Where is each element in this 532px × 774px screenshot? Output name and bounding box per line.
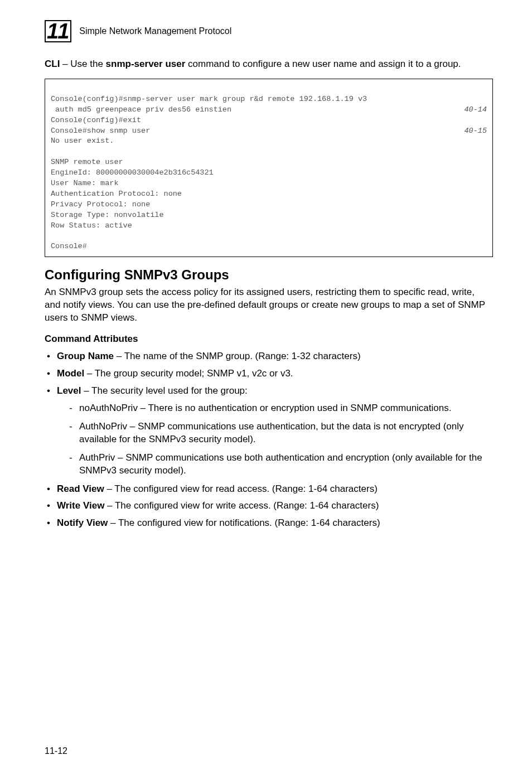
code-line: User Name: mark [51,178,487,189]
code-text: Console#show snmp user [51,126,150,137]
list-item: Notify View – The configured view for no… [45,517,493,530]
code-line: SNMP remote user [51,157,487,168]
section-heading: Configuring SNMPv3 Groups [45,267,493,283]
console-output: Console(config)#snmp-server user mark gr… [45,79,493,257]
list-item: Model – The group security model; SNMP v… [45,367,493,380]
code-line: Authentication Protocol: none [51,189,487,200]
code-line: Console(config)#snmp-server user mark gr… [51,94,487,105]
code-line: auth md5 greenpeace priv des56 einstien4… [51,105,487,115]
sub-list-item: AuthNoPriv – SNMP communications use aut… [57,420,493,446]
attr-label: Model [57,368,84,379]
code-line [51,147,487,157]
list-item: Group Name – The name of the SNMP group.… [45,350,493,363]
chapter-title: Simple Network Management Protocol [79,26,231,36]
sub-list-item: AuthPriv – SNMP communications use both … [57,452,493,477]
attr-text: – The security level used for the group: [81,385,247,396]
code-line: Console(config)#exit [51,115,487,126]
code-line: EngineId: 80000000030004e2b316c54321 [51,168,487,178]
page: 11 Simple Network Management Protocol CL… [0,0,532,774]
intro-text-1: – Use the [60,59,105,69]
subsection-heading: Command Attributes [45,333,493,345]
attr-text: – The configured view for read access. (… [104,483,378,494]
code-line: Row Status: active [51,221,487,231]
intro-text-2: command to configure a new user name and… [185,59,461,69]
page-header: 11 Simple Network Management Protocol [45,20,493,42]
chapter-number: 11 [47,21,68,42]
attr-text: – The configured view for notifications.… [108,517,380,528]
attr-label: Level [57,385,81,396]
code-line: Console# [51,241,487,252]
list-item: Level – The security level used for the … [45,385,493,477]
code-line [51,231,487,241]
command-name: snmp-server user [106,59,186,69]
list-item: Read View – The configured view for read… [45,483,493,496]
code-ref: 40-15 [464,126,487,137]
intro-paragraph: CLI – Use the snmp-server user command t… [45,58,493,71]
attr-text: – The name of the SNMP group. (Range: 1-… [114,351,361,361]
sub-list-item: noAuthNoPriv – There is no authenticatio… [57,402,493,415]
list-item: Write View – The configured view for wri… [45,500,493,512]
attr-text: – The group security model; SNMP v1, v2c… [84,368,293,379]
sub-list: noAuthNoPriv – There is no authenticatio… [57,402,493,477]
code-line: No user exist. [51,136,487,147]
attr-text: – The configured view for write access. … [104,500,379,511]
code-text: auth md5 greenpeace priv des56 einstien [51,105,231,115]
attr-label: Write View [57,500,104,511]
code-line: Privacy Protocol: none [51,200,487,210]
page-number: 11-12 [45,746,67,756]
attribute-list: Group Name – The name of the SNMP group.… [45,350,493,530]
attr-label: Notify View [57,517,108,528]
code-line: Storage Type: nonvolatile [51,210,487,221]
code-line: Console#show snmp user40-15 [51,126,487,137]
attr-label: Read View [57,483,104,494]
chapter-number-box: 11 [45,20,71,42]
section-paragraph: An SNMPv3 group sets the access policy f… [45,286,493,325]
code-ref: 40-14 [464,105,487,115]
attr-label: Group Name [57,351,114,361]
cli-label: CLI [45,59,60,69]
